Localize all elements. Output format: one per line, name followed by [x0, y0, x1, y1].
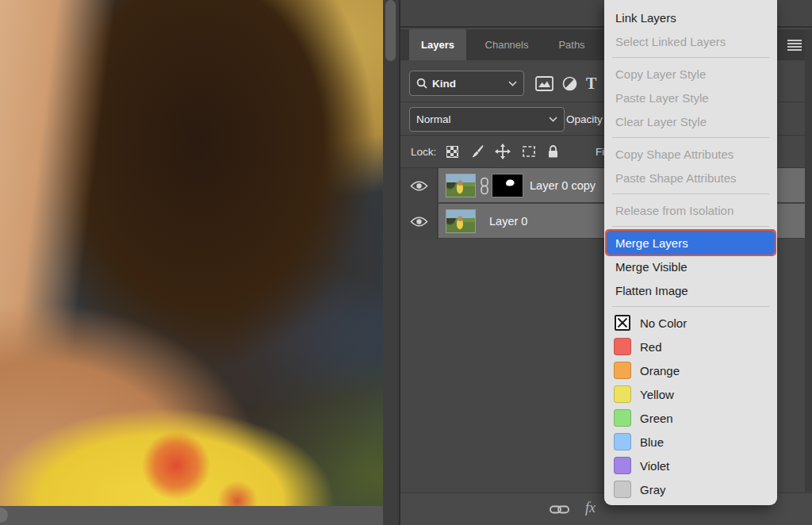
- menu-item-no-color[interactable]: No Color: [604, 311, 777, 335]
- search-icon: [416, 78, 427, 89]
- filter-kind-dropdown[interactable]: Kind: [409, 71, 524, 96]
- menu-item-paste-shape-attributes: Paste Shape Attributes: [604, 166, 777, 190]
- menu-item-gray[interactable]: Gray: [604, 477, 777, 501]
- menu-separator: [612, 194, 769, 194]
- lock-label: Lock:: [411, 146, 436, 158]
- color-label: Green: [640, 412, 673, 425]
- gray-swatch-icon: [614, 481, 631, 498]
- red-swatch-icon: [614, 338, 631, 355]
- menu-item-orange[interactable]: Orange: [604, 358, 777, 382]
- type-layer-filter-icon[interactable]: T: [586, 75, 596, 91]
- blue-swatch-icon: [614, 433, 631, 450]
- filter-kind-label: Kind: [432, 78, 456, 90]
- chevron-down-icon: [508, 81, 517, 86]
- photoshop-workspace: Layers Channels Paths Kind: [0, 0, 812, 525]
- link-layers-icon[interactable]: [550, 504, 569, 515]
- menu-separator: [612, 306, 769, 307]
- document-canvas-photo: [0, 0, 383, 506]
- orange-swatch-icon: [614, 362, 631, 379]
- color-label: Orange: [640, 364, 680, 377]
- pixel-layer-filter-icon[interactable]: [535, 76, 553, 91]
- tab-paths[interactable]: Paths: [547, 29, 596, 60]
- document-scrollbar-track[interactable]: [383, 0, 400, 525]
- green-swatch-icon: [614, 409, 631, 427]
- menu-item-copy-shape-attributes: Copy Shape Attributes: [604, 142, 777, 166]
- menu-item-copy-layer-style: Copy Layer Style: [604, 62, 777, 86]
- layer-thumbnail[interactable]: [446, 209, 476, 233]
- tab-channels[interactable]: Channels: [468, 29, 546, 60]
- lock-all-padlock-icon[interactable]: [547, 144, 559, 159]
- lock-position-move-icon[interactable]: [495, 144, 511, 159]
- color-label: No Color: [640, 316, 687, 330]
- menu-separator: [612, 226, 769, 227]
- layers-context-menu: Link Layers Select Linked Layers Copy La…: [604, 0, 777, 505]
- color-label: Red: [640, 340, 662, 354]
- menu-item-blue[interactable]: Blue: [604, 430, 777, 454]
- mask-link-chain-icon[interactable]: [480, 177, 489, 195]
- layer-name[interactable]: Layer 0 copy: [530, 168, 596, 203]
- menu-item-clear-layer-style: Clear Layer Style: [604, 109, 777, 133]
- document-scrollbar-thumb[interactable]: [385, 0, 396, 61]
- document-status-bar: [0, 506, 383, 525]
- chevron-down-icon: [549, 117, 557, 122]
- panel-scrollbar-track[interactable]: [805, 29, 812, 492]
- menu-item-paste-layer-style: Paste Layer Style: [604, 86, 777, 109]
- lock-paint-brush-icon[interactable]: [469, 144, 484, 159]
- filter-type-buttons: T: [535, 71, 596, 96]
- menu-item-merge-visible[interactable]: Merge Visible: [604, 255, 777, 278]
- visibility-eye-icon[interactable]: [400, 204, 438, 240]
- layer-thumbnail[interactable]: [446, 174, 476, 197]
- adjustment-layer-filter-icon[interactable]: [562, 76, 577, 91]
- no-color-icon: [615, 315, 630, 331]
- layer-mask-thumbnail[interactable]: [492, 174, 523, 197]
- menu-item-release-from-isolation: Release from Isolation: [604, 198, 777, 222]
- menu-item-violet[interactable]: Violet: [604, 454, 777, 477]
- color-label: Gray: [640, 483, 666, 496]
- menu-item-green[interactable]: Green: [604, 406, 777, 430]
- tab-layers[interactable]: Layers: [409, 29, 466, 60]
- yellow-swatch-icon: [614, 385, 631, 403]
- lock-buttons: [446, 144, 559, 159]
- menu-item-yellow[interactable]: Yellow: [604, 382, 777, 406]
- status-knob-icon: [0, 508, 8, 523]
- visibility-eye-icon[interactable]: [400, 168, 438, 204]
- color-label: Yellow: [640, 388, 674, 401]
- color-label: Blue: [640, 435, 664, 449]
- menu-separator: [612, 57, 769, 58]
- menu-separator: [612, 137, 769, 138]
- blend-mode-value: Normal: [416, 113, 451, 125]
- lock-artboard-icon[interactable]: [522, 145, 536, 158]
- menu-item-flatten-image[interactable]: Flatten Image: [604, 278, 777, 302]
- menu-item-red[interactable]: Red: [604, 335, 777, 358]
- lock-transparency-icon[interactable]: [446, 146, 458, 158]
- layer-name[interactable]: Layer 0: [489, 204, 527, 239]
- layer-style-fx-icon[interactable]: fx: [585, 500, 596, 516]
- panel-menu-icon[interactable]: [787, 40, 802, 51]
- blend-mode-dropdown[interactable]: Normal: [409, 107, 565, 132]
- color-label: Violet: [640, 459, 669, 473]
- menu-item-merge-layers[interactable]: Merge Layers: [607, 231, 775, 255]
- violet-swatch-icon: [614, 457, 631, 474]
- menu-item-link-layers[interactable]: Link Layers: [604, 6, 777, 29]
- menu-item-select-linked-layers: Select Linked Layers: [604, 29, 777, 53]
- opacity-label: Opacity: [566, 103, 603, 136]
